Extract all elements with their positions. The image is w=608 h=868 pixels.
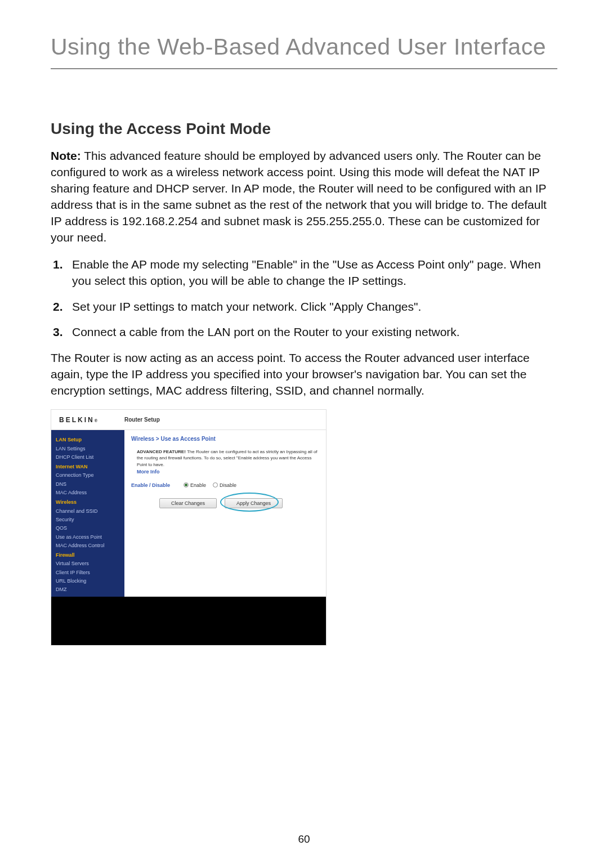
sidebar-item-channel-ssid[interactable]: Channel and SSID	[56, 507, 124, 516]
sidebar-item-qos[interactable]: QOS	[56, 524, 124, 533]
sidebar-cat-firewall: Firewall	[56, 551, 124, 560]
sidebar-item-connection-type[interactable]: Connection Type	[56, 471, 124, 480]
step-2: 2.Set your IP settings to match your net…	[68, 298, 557, 315]
sidebar-item-dns[interactable]: DNS	[56, 480, 124, 489]
router-header: BELKIN® Router Setup	[51, 410, 326, 430]
sidebar-item-mac-control[interactable]: MAC Address Control	[56, 542, 124, 550]
advanced-feature-text: ADVANCED FEATURE! The Router can be conf…	[131, 449, 319, 468]
router-setup-title: Router Setup	[124, 417, 160, 423]
radio-enable[interactable]: Enable	[184, 482, 206, 488]
note-paragraph: Note: This advanced feature should be em…	[51, 148, 557, 246]
page-number: 60	[0, 833, 608, 845]
sidebar-item-dmz[interactable]: DMZ	[56, 585, 124, 594]
step-1: 1.Enable the AP mode my selecting "Enabl…	[68, 256, 557, 289]
note-text: This advanced feature should be employed…	[51, 149, 547, 244]
sidebar-cat-lan: LAN Setup	[56, 436, 124, 444]
enable-disable-label: Enable / Disable	[131, 482, 170, 488]
sidebar-cat-wan: Internet WAN	[56, 463, 124, 471]
section-heading: Using the Access Point Mode	[51, 120, 557, 138]
step-2-text: Set your IP settings to match your netwo…	[72, 300, 421, 313]
page-title: Using the Web-Based Advanced User Interf…	[51, 34, 557, 69]
step-3-text: Connect a cable from the LAN port on the…	[72, 325, 460, 338]
breadcrumb: Wireless > Use as Access Point	[131, 436, 319, 442]
sidebar-item-use-as-ap[interactable]: Use as Access Point	[56, 533, 124, 542]
screenshot-black-bar	[51, 597, 326, 645]
sidebar-item-url-blocking[interactable]: URL Blocking	[56, 577, 124, 585]
radio-disable[interactable]: Disable	[213, 482, 236, 488]
sidebar-item-lan-settings[interactable]: LAN Settings	[56, 445, 124, 453]
step-1-text: Enable the AP mode my selecting "Enable"…	[72, 258, 541, 287]
sidebar-item-virtual-servers[interactable]: Virtual Servers	[56, 560, 124, 568]
apply-changes-button[interactable]: Apply Changes	[225, 498, 283, 508]
sidebar-cat-wireless: Wireless	[56, 498, 124, 507]
note-label: Note:	[51, 149, 81, 162]
steps-list: 1.Enable the AP mode my selecting "Enabl…	[51, 256, 557, 341]
sidebar-item-security[interactable]: Security	[56, 516, 124, 524]
closing-paragraph: The Router is now acting as an access po…	[51, 350, 557, 399]
sidebar-item-mac[interactable]: MAC Address	[56, 489, 124, 497]
step-3: 3.Connect a cable from the LAN port on t…	[68, 324, 557, 340]
clear-changes-button[interactable]: Clear Changes	[159, 498, 217, 508]
sidebar-item-dhcp[interactable]: DHCP Client List	[56, 453, 124, 462]
more-info-link[interactable]: More Info	[131, 469, 319, 475]
belkin-logo: BELKIN®	[51, 416, 124, 424]
router-screenshot: BELKIN® Router Setup LAN Setup LAN Setti…	[51, 409, 327, 646]
sidebar-item-client-ip[interactable]: Client IP Filters	[56, 569, 124, 577]
